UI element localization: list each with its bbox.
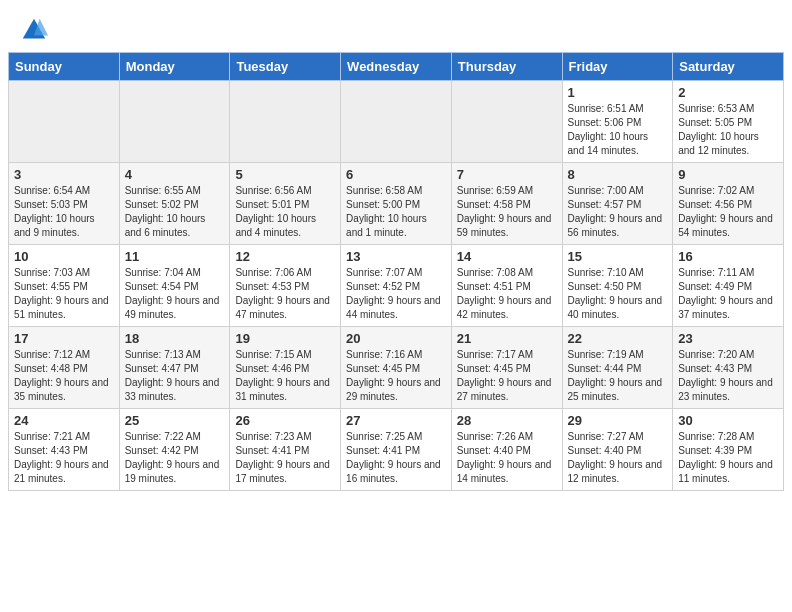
- day-info: Sunrise: 7:28 AM Sunset: 4:39 PM Dayligh…: [678, 430, 778, 486]
- weekday-header-wednesday: Wednesday: [341, 53, 452, 81]
- day-info: Sunrise: 7:21 AM Sunset: 4:43 PM Dayligh…: [14, 430, 114, 486]
- day-number: 21: [457, 331, 557, 346]
- calendar-cell: 8Sunrise: 7:00 AM Sunset: 4:57 PM Daylig…: [562, 163, 673, 245]
- calendar-cell: 6Sunrise: 6:58 AM Sunset: 5:00 PM Daylig…: [341, 163, 452, 245]
- calendar-wrap: SundayMondayTuesdayWednesdayThursdayFrid…: [0, 52, 792, 491]
- calendar-cell: 16Sunrise: 7:11 AM Sunset: 4:49 PM Dayli…: [673, 245, 784, 327]
- weekday-header-thursday: Thursday: [451, 53, 562, 81]
- day-number: 30: [678, 413, 778, 428]
- calendar-cell: 29Sunrise: 7:27 AM Sunset: 4:40 PM Dayli…: [562, 409, 673, 491]
- calendar-week-row: 24Sunrise: 7:21 AM Sunset: 4:43 PM Dayli…: [9, 409, 784, 491]
- day-number: 11: [125, 249, 225, 264]
- day-info: Sunrise: 7:03 AM Sunset: 4:55 PM Dayligh…: [14, 266, 114, 322]
- calendar-cell: 4Sunrise: 6:55 AM Sunset: 5:02 PM Daylig…: [119, 163, 230, 245]
- day-info: Sunrise: 7:27 AM Sunset: 4:40 PM Dayligh…: [568, 430, 668, 486]
- weekday-header-tuesday: Tuesday: [230, 53, 341, 81]
- day-info: Sunrise: 7:06 AM Sunset: 4:53 PM Dayligh…: [235, 266, 335, 322]
- calendar-week-row: 3Sunrise: 6:54 AM Sunset: 5:03 PM Daylig…: [9, 163, 784, 245]
- day-number: 2: [678, 85, 778, 100]
- calendar-cell: 13Sunrise: 7:07 AM Sunset: 4:52 PM Dayli…: [341, 245, 452, 327]
- day-info: Sunrise: 7:08 AM Sunset: 4:51 PM Dayligh…: [457, 266, 557, 322]
- day-number: 12: [235, 249, 335, 264]
- day-info: Sunrise: 7:13 AM Sunset: 4:47 PM Dayligh…: [125, 348, 225, 404]
- day-number: 6: [346, 167, 446, 182]
- calendar-cell: [119, 81, 230, 163]
- day-number: 8: [568, 167, 668, 182]
- weekday-header-saturday: Saturday: [673, 53, 784, 81]
- weekday-header-friday: Friday: [562, 53, 673, 81]
- calendar-cell: 27Sunrise: 7:25 AM Sunset: 4:41 PM Dayli…: [341, 409, 452, 491]
- day-number: 17: [14, 331, 114, 346]
- calendar-week-row: 10Sunrise: 7:03 AM Sunset: 4:55 PM Dayli…: [9, 245, 784, 327]
- calendar-cell: 15Sunrise: 7:10 AM Sunset: 4:50 PM Dayli…: [562, 245, 673, 327]
- day-number: 16: [678, 249, 778, 264]
- day-number: 14: [457, 249, 557, 264]
- calendar-cell: 3Sunrise: 6:54 AM Sunset: 5:03 PM Daylig…: [9, 163, 120, 245]
- day-number: 29: [568, 413, 668, 428]
- day-info: Sunrise: 7:19 AM Sunset: 4:44 PM Dayligh…: [568, 348, 668, 404]
- day-info: Sunrise: 7:17 AM Sunset: 4:45 PM Dayligh…: [457, 348, 557, 404]
- calendar-cell: 18Sunrise: 7:13 AM Sunset: 4:47 PM Dayli…: [119, 327, 230, 409]
- calendar-cell: 9Sunrise: 7:02 AM Sunset: 4:56 PM Daylig…: [673, 163, 784, 245]
- calendar-cell: 28Sunrise: 7:26 AM Sunset: 4:40 PM Dayli…: [451, 409, 562, 491]
- day-info: Sunrise: 7:07 AM Sunset: 4:52 PM Dayligh…: [346, 266, 446, 322]
- calendar-cell: 12Sunrise: 7:06 AM Sunset: 4:53 PM Dayli…: [230, 245, 341, 327]
- day-info: Sunrise: 6:51 AM Sunset: 5:06 PM Dayligh…: [568, 102, 668, 158]
- calendar-week-row: 17Sunrise: 7:12 AM Sunset: 4:48 PM Dayli…: [9, 327, 784, 409]
- day-number: 23: [678, 331, 778, 346]
- day-info: Sunrise: 7:10 AM Sunset: 4:50 PM Dayligh…: [568, 266, 668, 322]
- weekday-header-sunday: Sunday: [9, 53, 120, 81]
- calendar-cell: 2Sunrise: 6:53 AM Sunset: 5:05 PM Daylig…: [673, 81, 784, 163]
- day-number: 20: [346, 331, 446, 346]
- day-number: 1: [568, 85, 668, 100]
- calendar-cell: 21Sunrise: 7:17 AM Sunset: 4:45 PM Dayli…: [451, 327, 562, 409]
- day-number: 28: [457, 413, 557, 428]
- day-info: Sunrise: 7:04 AM Sunset: 4:54 PM Dayligh…: [125, 266, 225, 322]
- weekday-header-monday: Monday: [119, 53, 230, 81]
- day-info: Sunrise: 7:00 AM Sunset: 4:57 PM Dayligh…: [568, 184, 668, 240]
- calendar-cell: 11Sunrise: 7:04 AM Sunset: 4:54 PM Dayli…: [119, 245, 230, 327]
- day-number: 26: [235, 413, 335, 428]
- day-number: 10: [14, 249, 114, 264]
- calendar-cell: 14Sunrise: 7:08 AM Sunset: 4:51 PM Dayli…: [451, 245, 562, 327]
- logo: [20, 16, 50, 44]
- page-header: [0, 0, 792, 52]
- day-number: 4: [125, 167, 225, 182]
- calendar-cell: [341, 81, 452, 163]
- day-info: Sunrise: 6:54 AM Sunset: 5:03 PM Dayligh…: [14, 184, 114, 240]
- day-number: 25: [125, 413, 225, 428]
- calendar-cell: 7Sunrise: 6:59 AM Sunset: 4:58 PM Daylig…: [451, 163, 562, 245]
- day-number: 3: [14, 167, 114, 182]
- day-number: 9: [678, 167, 778, 182]
- weekday-header-row: SundayMondayTuesdayWednesdayThursdayFrid…: [9, 53, 784, 81]
- calendar-cell: [230, 81, 341, 163]
- day-number: 13: [346, 249, 446, 264]
- day-info: Sunrise: 7:26 AM Sunset: 4:40 PM Dayligh…: [457, 430, 557, 486]
- day-number: 19: [235, 331, 335, 346]
- day-number: 22: [568, 331, 668, 346]
- day-info: Sunrise: 6:53 AM Sunset: 5:05 PM Dayligh…: [678, 102, 778, 158]
- day-number: 5: [235, 167, 335, 182]
- day-number: 15: [568, 249, 668, 264]
- day-info: Sunrise: 6:59 AM Sunset: 4:58 PM Dayligh…: [457, 184, 557, 240]
- calendar-cell: 23Sunrise: 7:20 AM Sunset: 4:43 PM Dayli…: [673, 327, 784, 409]
- calendar-cell: 1Sunrise: 6:51 AM Sunset: 5:06 PM Daylig…: [562, 81, 673, 163]
- calendar-cell: 26Sunrise: 7:23 AM Sunset: 4:41 PM Dayli…: [230, 409, 341, 491]
- calendar-cell: [9, 81, 120, 163]
- calendar-cell: 10Sunrise: 7:03 AM Sunset: 4:55 PM Dayli…: [9, 245, 120, 327]
- day-info: Sunrise: 7:22 AM Sunset: 4:42 PM Dayligh…: [125, 430, 225, 486]
- day-number: 18: [125, 331, 225, 346]
- day-info: Sunrise: 7:02 AM Sunset: 4:56 PM Dayligh…: [678, 184, 778, 240]
- calendar-cell: 20Sunrise: 7:16 AM Sunset: 4:45 PM Dayli…: [341, 327, 452, 409]
- day-number: 7: [457, 167, 557, 182]
- calendar-week-row: 1Sunrise: 6:51 AM Sunset: 5:06 PM Daylig…: [9, 81, 784, 163]
- day-info: Sunrise: 7:15 AM Sunset: 4:46 PM Dayligh…: [235, 348, 335, 404]
- day-number: 24: [14, 413, 114, 428]
- day-info: Sunrise: 7:12 AM Sunset: 4:48 PM Dayligh…: [14, 348, 114, 404]
- calendar-table: SundayMondayTuesdayWednesdayThursdayFrid…: [8, 52, 784, 491]
- calendar-cell: 19Sunrise: 7:15 AM Sunset: 4:46 PM Dayli…: [230, 327, 341, 409]
- calendar-cell: [451, 81, 562, 163]
- calendar-cell: 22Sunrise: 7:19 AM Sunset: 4:44 PM Dayli…: [562, 327, 673, 409]
- day-info: Sunrise: 7:23 AM Sunset: 4:41 PM Dayligh…: [235, 430, 335, 486]
- day-info: Sunrise: 6:56 AM Sunset: 5:01 PM Dayligh…: [235, 184, 335, 240]
